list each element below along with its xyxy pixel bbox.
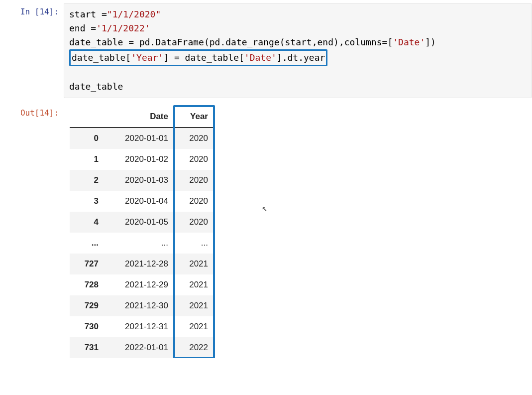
row-index: 0: [70, 128, 105, 149]
cell-date: 2020-01-04: [105, 191, 174, 212]
row-index: 731: [70, 337, 105, 358]
code-line-3: date_table = pd.DataFrame(pd.date_range(…: [69, 37, 436, 47]
cell-date: 2020-01-02: [105, 149, 174, 170]
cell-date: 2020-01-03: [105, 170, 174, 191]
code-line-5: date_table: [69, 81, 123, 92]
cell-year: 2020: [174, 170, 214, 191]
cell-year: 2020: [174, 191, 214, 212]
cell-year: 2021: [174, 316, 214, 337]
row-index: 727: [70, 254, 105, 274]
cell-year: 2021: [174, 295, 214, 316]
cell-year: ...: [174, 233, 214, 254]
cell-date: 2021-12-30: [105, 295, 174, 316]
table-row: 22020-01-032020: [70, 170, 214, 191]
table-row: .........: [70, 233, 214, 254]
table-row: 42020-01-052020: [70, 212, 214, 233]
cell-year: 2021: [174, 274, 214, 295]
table-row: 12020-01-022020: [70, 149, 214, 170]
table-row: 7292021-12-302021: [70, 295, 214, 316]
code-line-1: start ="1/1/2020": [69, 9, 161, 19]
row-index: ...: [70, 233, 105, 254]
in-prompt: In [14]:: [0, 3, 64, 16]
output-cell: Out[14]: Date Year 02020-01-01202012020-…: [0, 101, 532, 358]
table-row: 7282021-12-292021: [70, 274, 214, 295]
row-index: 728: [70, 274, 105, 295]
highlighted-code-line: date_table['Year'] = date_table['Date'].…: [69, 49, 327, 66]
dataframe-table: Date Year 02020-01-01202012020-01-022020…: [70, 106, 214, 358]
table-row: 02020-01-012020: [70, 128, 214, 149]
code-input[interactable]: start ="1/1/2020" end ='1/1/2022' date_t…: [64, 3, 532, 98]
column-header-year: Year: [174, 106, 214, 128]
code-line-2: end ='1/1/2022': [69, 23, 150, 33]
column-header-date: Date: [105, 106, 174, 128]
index-header: [70, 106, 105, 128]
row-index: 3: [70, 191, 105, 212]
cell-date: ...: [105, 233, 174, 254]
cell-year: 2021: [174, 254, 214, 274]
row-index: 729: [70, 295, 105, 316]
cell-date: 2021-12-29: [105, 274, 174, 295]
cell-year: 2020: [174, 128, 214, 149]
row-index: 2: [70, 170, 105, 191]
cell-date: 2020-01-01: [105, 128, 174, 149]
row-index: 730: [70, 316, 105, 337]
input-cell: In [14]: start ="1/1/2020" end ='1/1/202…: [0, 0, 532, 98]
table-row: 7272021-12-282021: [70, 254, 214, 274]
cell-year: 2020: [174, 149, 214, 170]
output-area: Date Year 02020-01-01202012020-01-022020…: [64, 104, 214, 358]
row-index: 4: [70, 212, 105, 233]
cell-year: 2020: [174, 212, 214, 233]
cell-date: 2021-12-31: [105, 316, 174, 337]
table-row: 7302021-12-312021: [70, 316, 214, 337]
cell-year: 2022: [174, 337, 214, 358]
cursor-icon: ↖: [262, 203, 267, 213]
table-row: 7312022-01-012022: [70, 337, 214, 358]
cell-date: 2022-01-01: [105, 337, 174, 358]
cell-date: 2021-12-28: [105, 254, 174, 274]
table-row: 32020-01-042020: [70, 191, 214, 212]
cell-date: 2020-01-05: [105, 212, 174, 233]
row-index: 1: [70, 149, 105, 170]
out-prompt: Out[14]:: [0, 104, 64, 118]
